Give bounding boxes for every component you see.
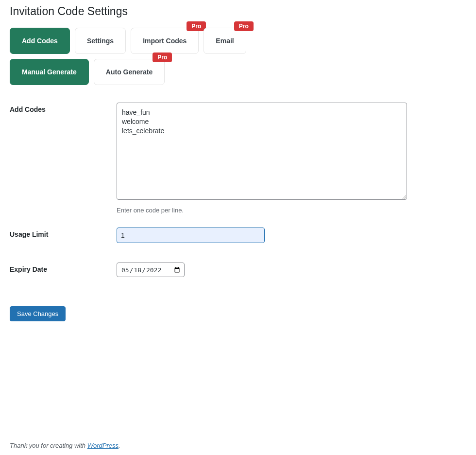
tab-label: Add Codes <box>22 37 58 45</box>
expiry-date-label: Expiry Date <box>10 262 117 273</box>
tab-settings[interactable]: Settings <box>75 28 126 54</box>
pro-badge: Pro <box>187 21 206 31</box>
add-codes-textarea[interactable] <box>117 103 407 200</box>
add-codes-label: Add Codes <box>10 103 117 113</box>
page-title: Invitation Code Settings <box>10 5 466 18</box>
pro-badge: Pro <box>234 21 254 31</box>
tab-manual-generate[interactable]: Manual Generate <box>10 59 89 85</box>
save-area: Save Changes <box>10 306 466 321</box>
pro-badge: Pro <box>153 52 172 62</box>
tab-label: Settings <box>87 37 114 45</box>
tab-label: Import Codes <box>143 37 187 45</box>
usage-limit-label: Usage Limit <box>10 228 117 238</box>
tab-import-codes[interactable]: Import Codes Pro <box>131 28 199 54</box>
row-add-codes: Add Codes <box>10 103 466 202</box>
tab-label: Email <box>216 37 234 45</box>
tab-auto-generate[interactable]: Auto Generate Pro <box>94 59 165 85</box>
tab-add-codes[interactable]: Add Codes <box>10 28 70 54</box>
expiry-date-input[interactable] <box>117 262 185 277</box>
row-usage-limit: Usage Limit <box>10 228 466 243</box>
footer: Thank you for creating with WordPress. <box>10 442 120 449</box>
tabs-primary: Add Codes Settings Import Codes Pro Emai… <box>10 28 466 54</box>
form: Add Codes Enter one code per line. Usage… <box>10 103 466 321</box>
footer-prefix: Thank you for creating with <box>10 442 87 449</box>
usage-limit-input[interactable] <box>117 228 265 243</box>
footer-suffix: . <box>119 442 120 449</box>
footer-wordpress-link[interactable]: WordPress <box>87 442 119 449</box>
row-expiry-date: Expiry Date <box>10 262 466 277</box>
tabs-secondary: Manual Generate Auto Generate Pro <box>10 59 466 85</box>
tab-email[interactable]: Email Pro <box>204 28 246 54</box>
tab-label: Manual Generate <box>22 68 77 76</box>
add-codes-help: Enter one code per line. <box>117 207 466 214</box>
tab-label: Auto Generate <box>106 68 153 76</box>
save-changes-button[interactable]: Save Changes <box>10 306 66 321</box>
